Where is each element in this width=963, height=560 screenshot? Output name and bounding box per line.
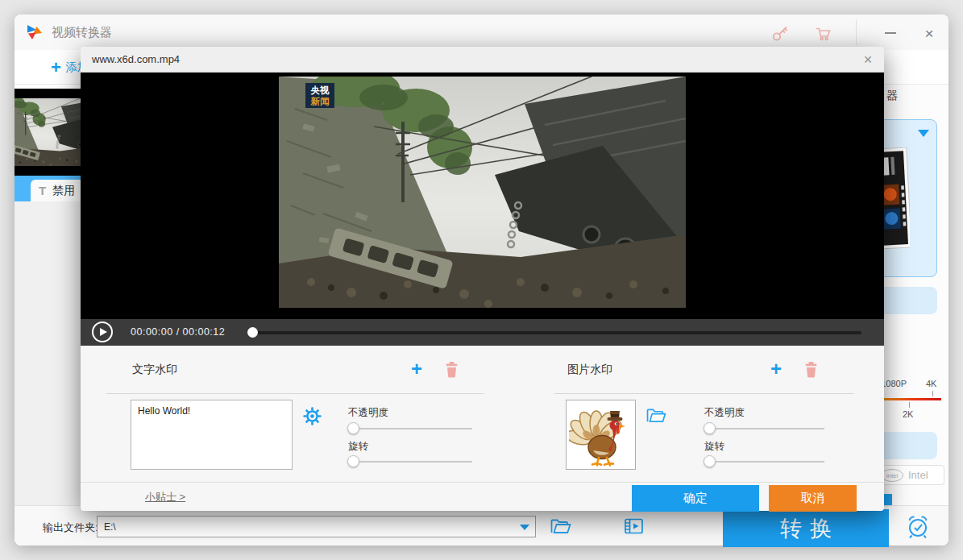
image-opacity-label: 不透明度 xyxy=(704,406,745,420)
register-key-icon[interactable] xyxy=(767,21,791,45)
close-icon: × xyxy=(924,26,933,41)
resolution-label-2k: 2K xyxy=(903,409,913,419)
text-watermark-input[interactable]: Hello World! xyxy=(131,400,293,470)
open-folder-icon xyxy=(646,408,666,424)
text-tool-icon: T xyxy=(39,184,46,197)
format-section-partial-label: 器 xyxy=(886,89,898,103)
trash-icon xyxy=(804,362,818,378)
gear-icon xyxy=(303,407,322,425)
schedule-alarm-button[interactable] xyxy=(905,513,931,539)
dialog-title: www.x6d.com.mp4 xyxy=(92,53,180,65)
text-watermark-header: 文字水印 xyxy=(132,363,177,377)
tips-link[interactable]: 小贴士 > xyxy=(145,490,185,504)
trash-icon xyxy=(445,362,459,378)
chevron-down-icon[interactable] xyxy=(520,525,529,530)
dialog-close-button[interactable]: × xyxy=(858,50,878,69)
plus-icon: + xyxy=(770,358,782,380)
video-frame xyxy=(279,77,686,308)
convert-button[interactable]: 转换 xyxy=(723,509,889,547)
svg-text:intel: intel xyxy=(886,472,899,479)
tab-label: 禁用 xyxy=(52,184,75,198)
slider-track xyxy=(351,428,472,429)
plus-icon: + xyxy=(51,59,61,77)
video-file-button[interactable] xyxy=(623,516,645,536)
titlebar-separator xyxy=(856,19,857,45)
close-icon: × xyxy=(864,52,873,68)
text-rotate-slider[interactable] xyxy=(347,455,472,468)
chevron-down-icon[interactable] xyxy=(918,130,929,137)
text-settings-button[interactable] xyxy=(303,407,322,426)
output-folder-select[interactable]: E:\ xyxy=(97,516,536,537)
slider-thumb[interactable] xyxy=(704,422,716,434)
output-folder-label: 输出文件夹: xyxy=(43,521,98,535)
screen: 视频转换器 × + 添加文件 T 禁用 xyxy=(0,0,963,560)
slider-thumb[interactable] xyxy=(347,422,359,434)
delete-image-watermark-button[interactable] xyxy=(804,362,818,378)
text-rotate-label: 旋转 xyxy=(348,440,368,454)
close-button[interactable]: × xyxy=(917,21,941,45)
text-opacity-label: 不透明度 xyxy=(348,406,388,420)
slider-thumb[interactable] xyxy=(704,455,716,467)
seek-thumb[interactable] xyxy=(247,327,258,338)
play-icon xyxy=(100,328,107,336)
minimize-button[interactable] xyxy=(878,21,903,45)
add-text-watermark-button[interactable]: + xyxy=(411,359,422,379)
image-opacity-slider[interactable] xyxy=(704,422,824,435)
resolution-label-4k: 4K xyxy=(926,379,936,388)
dialog-titlebar: www.x6d.com.mp4 × xyxy=(81,47,884,73)
app-logo-icon xyxy=(25,23,43,41)
seek-bar[interactable] xyxy=(247,326,861,338)
time-display: 00:00:00 / 00:00:12 xyxy=(131,326,225,338)
open-folder-button[interactable] xyxy=(550,516,572,536)
watermark-dialog: www.x6d.com.mp4 × 00:00:00 / 00:00:12 文字… xyxy=(81,47,884,511)
intel-label: Intel xyxy=(908,469,928,481)
image-watermark-header: 图片水印 xyxy=(567,363,612,377)
seek-track xyxy=(251,331,861,334)
browse-image-button[interactable] xyxy=(646,408,667,425)
image-watermark-preview[interactable] xyxy=(566,400,636,470)
section-divider xyxy=(554,393,854,394)
text-opacity-slider[interactable] xyxy=(347,422,472,435)
image-rotate-label: 旋转 xyxy=(704,440,724,454)
store-cart-icon[interactable] xyxy=(811,21,835,45)
minimize-icon xyxy=(885,32,896,34)
dialog-footer: 小贴士 > 确定 取消 xyxy=(81,482,884,511)
intel-badge: intel Intel xyxy=(877,465,944,485)
video-preview-area xyxy=(81,73,884,319)
player-bar: 00:00:00 / 00:00:12 xyxy=(81,319,884,346)
image-rotate-slider[interactable] xyxy=(704,455,824,468)
resolution-tick-4k xyxy=(932,391,933,396)
play-button[interactable] xyxy=(92,321,113,342)
add-image-watermark-button[interactable]: + xyxy=(770,359,782,379)
output-folder-value: E:\ xyxy=(104,521,116,533)
cancel-button[interactable]: 取消 xyxy=(769,485,857,512)
turkey-image xyxy=(569,404,633,467)
slider-thumb[interactable] xyxy=(347,455,359,467)
slider-track xyxy=(707,461,824,463)
slider-track xyxy=(707,428,824,429)
delete-text-watermark-button[interactable] xyxy=(445,362,459,378)
ok-button[interactable]: 确定 xyxy=(632,485,759,512)
plus-icon: + xyxy=(411,358,422,380)
video-list-thumbnail[interactable] xyxy=(15,89,83,176)
slider-track xyxy=(351,461,472,463)
resolution-tick-2k xyxy=(909,402,910,408)
titlebar: 视频转换器 × xyxy=(15,15,948,50)
section-divider xyxy=(106,393,484,394)
app-title: 视频转换器 xyxy=(52,25,112,40)
